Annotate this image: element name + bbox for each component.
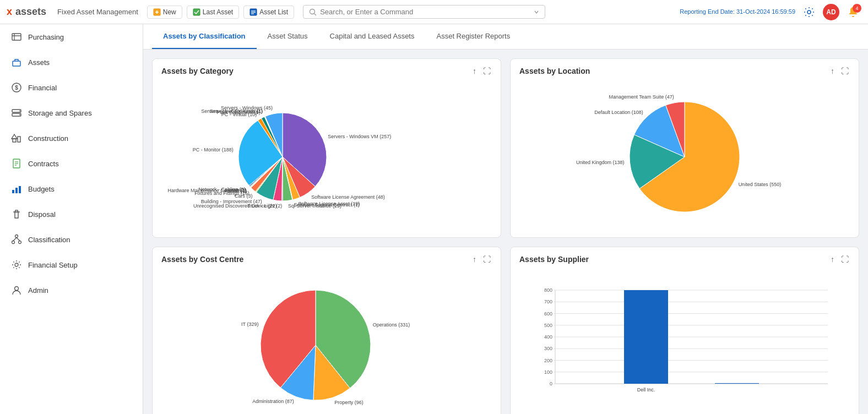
- purchasing-icon: [10, 31, 23, 43]
- sidebar-item-purchasing[interactable]: Purchasing: [0, 24, 143, 50]
- svg-text:Property (96): Property (96): [334, 400, 364, 405]
- last-asset-button[interactable]: Last Asset: [187, 6, 239, 19]
- svg-rect-3: [193, 9, 200, 15]
- card-by-category-header: Assets by Category ↑ ⛶: [153, 59, 501, 81]
- svg-text:Dell Inc.: Dell Inc.: [637, 387, 655, 393]
- tab-by-classification[interactable]: Assets by Classification: [152, 24, 257, 49]
- svg-text:United States (550): United States (550): [739, 182, 782, 187]
- pie-by-category-container: Servers - Windows VM (257)Software Licen…: [161, 85, 492, 228]
- card-by-category: Assets by Category ↑ ⛶ Servers - Windows…: [152, 58, 501, 238]
- reporting-date: Reporting End Date: 31-Oct-2024 16:59:59: [680, 8, 795, 16]
- topbar-actions: New Last Asset Asset List: [147, 6, 294, 19]
- svg-text:Sql Server Instance (25): Sql Server Instance (25): [288, 203, 341, 209]
- sidebar-label-financial: Financial: [28, 84, 57, 92]
- card-by-cost-centre-actions: ↑ ⛶: [471, 254, 492, 265]
- svg-point-33: [19, 241, 21, 244]
- svg-rect-86: [624, 290, 668, 384]
- logo-x: x: [7, 6, 12, 18]
- svg-text:Software License Agreement (48: Software License Agreement (48): [311, 194, 385, 200]
- asset-list-button[interactable]: Asset List: [243, 6, 294, 19]
- sidebar-item-disposal[interactable]: Disposal: [0, 201, 143, 227]
- svg-rect-11: [12, 34, 21, 40]
- new-label: New: [163, 8, 176, 16]
- svg-text:Administration (87): Administration (87): [252, 399, 294, 404]
- dropdown-icon: [534, 9, 539, 15]
- assets-icon: [10, 56, 23, 68]
- sidebar-item-budgets[interactable]: Budgets: [0, 176, 143, 201]
- card-by-supplier-body: 0100200300400500600700800Dell Inc.: [511, 269, 859, 414]
- topbar: xassets Fixed Asset Management New Last …: [0, 0, 868, 24]
- asset-list-icon: [249, 8, 257, 16]
- svg-text:Operations (331): Operations (331): [373, 322, 410, 328]
- gear-icon: [803, 6, 815, 18]
- svg-point-32: [12, 241, 15, 244]
- card-by-location-title: Assets by Location: [519, 67, 590, 75]
- sidebar-item-classification[interactable]: Classification: [0, 227, 143, 252]
- svg-line-9: [314, 13, 317, 15]
- sidebar-item-financial[interactable]: $ Financial: [0, 75, 143, 100]
- svg-text:Default Location (108): Default Location (108): [594, 110, 643, 115]
- card-by-supplier-title: Assets by Supplier: [519, 255, 589, 264]
- sidebar-label-construction: Construction: [28, 134, 68, 143]
- card-by-location-fullscreen-btn[interactable]: ⛶: [840, 66, 850, 77]
- svg-marker-22: [12, 134, 17, 139]
- card-by-category-expand-btn[interactable]: ↑: [471, 66, 478, 77]
- sidebar: Purchasing Assets $ Financial Storage an…: [0, 24, 143, 414]
- svg-text:Servers - Windows VM (257): Servers - Windows VM (257): [328, 134, 391, 139]
- search-input[interactable]: [320, 8, 530, 16]
- sidebar-item-storage[interactable]: Storage and Spares: [0, 100, 143, 126]
- settings-button[interactable]: [801, 4, 817, 20]
- svg-text:IT (329): IT (329): [241, 322, 258, 327]
- sidebar-label-contracts: Contracts: [28, 160, 59, 168]
- svg-text:300: 300: [544, 346, 552, 351]
- svg-rect-28: [12, 190, 14, 193]
- card-by-cost-centre-fullscreen-btn[interactable]: ⛶: [482, 254, 492, 265]
- svg-text:Servers - Windows (45): Servers - Windows (45): [221, 105, 273, 111]
- sidebar-item-contracts[interactable]: Contracts: [0, 151, 143, 176]
- svg-line-34: [13, 238, 17, 241]
- svg-text:PC - Monitor (188): PC - Monitor (188): [193, 147, 234, 152]
- svg-text:Management Team Suite (47): Management Team Suite (47): [609, 94, 674, 100]
- svg-text:0: 0: [550, 381, 552, 386]
- pie-by-location-chart: United States (550)United Kingdom (138)D…: [519, 85, 850, 228]
- svg-text:500: 500: [544, 323, 552, 328]
- tab-capital-leased[interactable]: Capital and Leased Assets: [319, 24, 426, 49]
- sidebar-item-assets[interactable]: Assets: [0, 50, 143, 75]
- card-by-supplier: Assets by Supplier ↑ ⛶ 01002003004005006…: [510, 247, 859, 414]
- svg-text:100: 100: [544, 369, 552, 375]
- sidebar-item-construction[interactable]: Construction: [0, 126, 143, 151]
- card-by-category-fullscreen-btn[interactable]: ⛶: [482, 66, 492, 77]
- new-button[interactable]: New: [147, 6, 182, 19]
- tabs: Assets by Classification Asset Status Ca…: [143, 24, 868, 50]
- sidebar-item-admin[interactable]: Admin: [0, 277, 143, 303]
- avatar: AD: [823, 4, 839, 20]
- svg-rect-88: [715, 383, 759, 384]
- card-by-cost-centre-expand-btn[interactable]: ↑: [471, 254, 478, 265]
- svg-point-20: [19, 115, 20, 116]
- sidebar-item-financial-setup[interactable]: Financial Setup: [0, 252, 143, 277]
- card-by-cost-centre-title: Assets by Cost Centre: [161, 255, 243, 264]
- classification-icon: [10, 233, 23, 246]
- card-by-category-title: Assets by Category: [161, 67, 234, 75]
- card-by-supplier-expand-btn[interactable]: ↑: [829, 254, 836, 265]
- bar-by-supplier-chart: 0100200300400500600700800Dell Inc.: [524, 285, 845, 406]
- financial-setup-icon: [10, 259, 23, 271]
- card-by-location-body: United States (550)United Kingdom (138)D…: [511, 81, 859, 237]
- tab-register-reports[interactable]: Asset Register Reports: [425, 24, 521, 49]
- svg-text:Network - Cabling (3): Network - Cabling (3): [198, 187, 245, 192]
- svg-rect-14: [13, 61, 20, 66]
- dashboard: Assets by Category ↑ ⛶ Servers - Windows…: [143, 50, 868, 414]
- svg-text:800: 800: [544, 287, 552, 293]
- notifications-button[interactable]: 4: [845, 4, 861, 20]
- card-by-cost-centre: Assets by Cost Centre ↑ ⛶ Operations (33…: [152, 247, 501, 414]
- tab-asset-status[interactable]: Asset Status: [257, 24, 319, 49]
- construction-icon: [10, 132, 23, 144]
- svg-text:United Kingdom (138): United Kingdom (138): [576, 160, 625, 165]
- topbar-right: Reporting End Date: 31-Oct-2024 16:59:59…: [680, 4, 861, 20]
- financial-icon: $: [10, 81, 23, 94]
- search-icon: [309, 8, 317, 16]
- admin-icon: [10, 284, 23, 296]
- svg-rect-30: [19, 186, 21, 193]
- card-by-location-expand-btn[interactable]: ↑: [829, 66, 836, 77]
- card-by-supplier-fullscreen-btn[interactable]: ⛶: [840, 254, 850, 265]
